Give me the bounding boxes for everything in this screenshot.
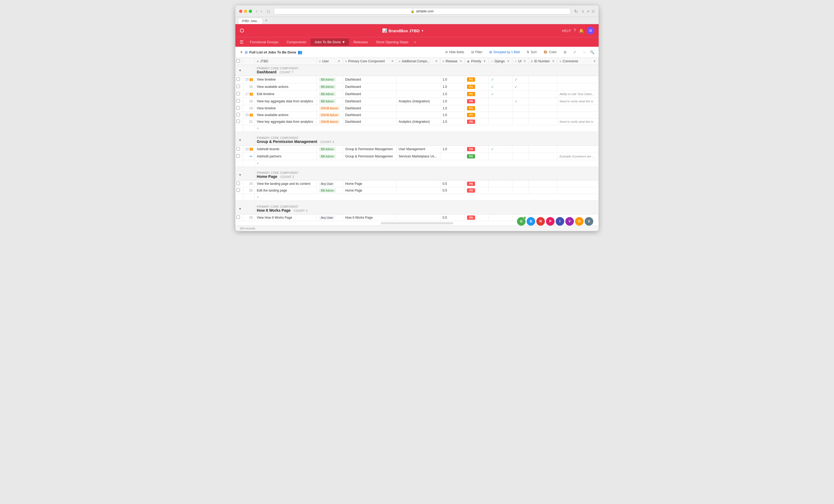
- collaborator-avatar-5[interactable]: I: [556, 217, 564, 226]
- hamburger-icon[interactable]: ☰: [240, 40, 243, 45]
- color-button[interactable]: 🎨 Color: [541, 49, 559, 56]
- collaborator-avatar-1[interactable]: G: [517, 217, 526, 226]
- collaborator-avatar-3[interactable]: R: [536, 217, 545, 226]
- share-browser-icon[interactable]: ⇗: [587, 9, 590, 14]
- collapse-view-icon[interactable]: ▼: [240, 50, 243, 54]
- comments-cell: [557, 146, 599, 153]
- refresh-button[interactable]: ↻: [573, 8, 579, 15]
- nav-tab-components[interactable]: Components: [283, 39, 310, 46]
- nav-tab-jobs-to-be-done[interactable]: Jobs To Be Done ▼: [311, 39, 349, 46]
- collaborator-avatar-4[interactable]: P: [546, 217, 554, 226]
- jtbd-cell[interactable]: View available actions: [255, 112, 316, 118]
- expand-button[interactable]: ⤢: [571, 49, 579, 56]
- additional-cell: [396, 112, 440, 118]
- nav-tab-functional-groups[interactable]: Functional Groups: [246, 39, 282, 46]
- horizontal-scrollbar[interactable]: [381, 222, 453, 224]
- collaborator-avatar-2[interactable]: B: [527, 217, 535, 226]
- group-collapse-dashboard[interactable]: ▼: [239, 69, 242, 72]
- add-row-dashboard[interactable]: +: [235, 125, 599, 132]
- priority-col-dropdown[interactable]: ▼: [483, 59, 486, 63]
- user-cell: Any User: [317, 214, 343, 221]
- nav-tab-store-opening-steps[interactable]: Store Opening Steps: [372, 39, 412, 46]
- add-row-permission[interactable]: +: [235, 160, 599, 167]
- row-checkbox[interactable]: [237, 106, 240, 110]
- collaborator-avatar-7[interactable]: O: [575, 217, 584, 226]
- col-header-checkbox[interactable]: [235, 58, 243, 65]
- grid-icon[interactable]: ☷: [592, 9, 595, 14]
- col-header-jtbd: A JTBD: [255, 58, 316, 65]
- filter-button[interactable]: ⊟ Filter: [468, 49, 485, 56]
- add-row-homepage[interactable]: +: [235, 194, 599, 201]
- jtbd-cell[interactable]: View How It Works Page: [255, 214, 316, 221]
- user-avatar[interactable]: U: [587, 27, 594, 35]
- ui-cell: ✓: [512, 83, 528, 90]
- comments-col-dropdown[interactable]: ▼: [593, 59, 596, 63]
- priority-badge: P0: [467, 99, 475, 104]
- nav-tab-releases[interactable]: Releases: [350, 39, 372, 46]
- release-col-dropdown[interactable]: ▼: [459, 59, 463, 63]
- jtbd-cell[interactable]: Edit the landing page: [255, 187, 316, 194]
- row-checkbox[interactable]: [237, 78, 240, 81]
- col-header-ui: ✓ UI ▼: [512, 58, 528, 65]
- row-checkbox[interactable]: [237, 182, 240, 185]
- group-button[interactable]: ⊞ Grouped by 1 field: [487, 49, 522, 56]
- primary-cell: How It Works Page: [343, 214, 396, 221]
- close-button[interactable]: [239, 10, 242, 13]
- row-checkbox[interactable]: [237, 154, 240, 158]
- group-collapse-homepage[interactable]: ▼: [239, 173, 242, 176]
- user-cell: BB Admin: [317, 83, 343, 90]
- browser-tab-active[interactable]: JTBD: Jobs...: [238, 18, 263, 24]
- add-tab-icon[interactable]: +: [413, 39, 417, 46]
- row-checkbox[interactable]: [237, 85, 240, 88]
- jtbd-cell[interactable]: Add/edit brands: [255, 146, 316, 153]
- collaborator-avatar-6[interactable]: V: [565, 217, 574, 226]
- row-height-button[interactable]: ⊟: [561, 49, 569, 56]
- row-checkbox[interactable]: [237, 188, 240, 192]
- jtbd-cell[interactable]: View timeline: [255, 105, 316, 112]
- jtbd-cell[interactable]: View key aggregate data from analytics: [255, 98, 316, 105]
- minimize-button[interactable]: [244, 10, 247, 13]
- expand-icon: ⤢: [573, 50, 576, 54]
- search-icon[interactable]: 🔍: [590, 50, 594, 54]
- additional-col-dropdown[interactable]: ▼: [435, 59, 438, 63]
- row-checkbox[interactable]: [237, 216, 240, 219]
- forward-button[interactable]: ›: [259, 8, 263, 14]
- jtbd-cell[interactable]: Edit timeline: [255, 90, 316, 98]
- django-col-dropdown[interactable]: ▼: [507, 59, 510, 63]
- sort-button[interactable]: ⇅ Sort: [524, 49, 539, 56]
- more-button[interactable]: ···: [580, 49, 588, 56]
- back-button[interactable]: ‹: [255, 8, 258, 14]
- row-checkbox[interactable]: [237, 119, 240, 123]
- id-col-dropdown[interactable]: ▼: [552, 59, 555, 63]
- jtbd-cell[interactable]: View available actions: [255, 83, 316, 90]
- user-tag: BB Admin: [319, 85, 335, 89]
- primary-cell: Dashboard: [343, 83, 396, 90]
- table-row: 22 1 Add/edit brands BB Admin Group & Pe…: [235, 146, 599, 153]
- jtbd-cell[interactable]: View key aggregate data from analytics: [255, 118, 316, 125]
- row-checkbox[interactable]: [237, 99, 240, 103]
- new-tab-button[interactable]: +: [263, 17, 269, 24]
- ui-cell: [512, 146, 528, 153]
- download-icon[interactable]: ⇓: [581, 9, 585, 14]
- address-bar[interactable]: 🔒 airtable.com: [274, 8, 570, 15]
- row-checkbox[interactable]: [237, 113, 240, 116]
- group-collapse-permission[interactable]: ▼: [239, 138, 242, 141]
- notifications-icon[interactable]: 🔔: [579, 28, 584, 33]
- user-col-dropdown[interactable]: ▼: [337, 59, 341, 63]
- primary-col-dropdown[interactable]: ▼: [391, 59, 394, 63]
- help-icon[interactable]: ?: [574, 28, 576, 33]
- hide-fields-button[interactable]: ⊘ Hide fields: [442, 49, 467, 56]
- collaborator-avatar-8[interactable]: S: [585, 217, 593, 226]
- window-toggle[interactable]: ◻: [266, 8, 271, 14]
- ui-col-dropdown[interactable]: ▼: [523, 59, 526, 63]
- row-checkbox[interactable]: [237, 92, 240, 95]
- row-checkbox[interactable]: [237, 147, 240, 150]
- jtbd-cell[interactable]: View the landing page and its content: [255, 180, 316, 187]
- help-label[interactable]: HELP: [562, 29, 571, 33]
- jtbd-cell[interactable]: View timeline: [255, 76, 316, 83]
- title-dropdown-icon[interactable]: ▼: [421, 29, 424, 32]
- django-cell: ✓: [488, 90, 512, 98]
- maximize-button[interactable]: [249, 10, 252, 13]
- jtbd-cell[interactable]: Add/edit partners: [255, 153, 316, 160]
- group-collapse-howitworks[interactable]: ▼: [239, 207, 242, 210]
